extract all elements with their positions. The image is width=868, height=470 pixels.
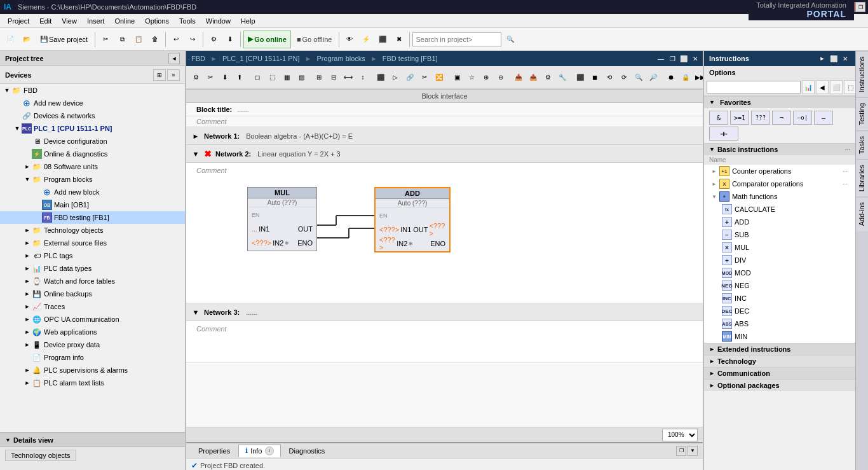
network3-collapse[interactable]: ▼: [191, 308, 200, 317]
instr-view-btn4[interactable]: ⬚: [844, 80, 857, 94]
tree-item-plc-alarm-text[interactable]: ► 📋 PLC alarm text lists: [0, 377, 185, 389]
instr-calculate[interactable]: fx CALCULATE: [704, 203, 855, 216]
tree-item-plc-data[interactable]: ► 📊 PLC data types: [0, 262, 185, 275]
block-if-float[interactable]: ❐: [855, 2, 865, 12]
download-button[interactable]: ⬇: [222, 31, 238, 48]
tree-item-online-diag[interactable]: ⚡ Online & diagnostics: [0, 148, 185, 160]
edit-btn15[interactable]: 🔗: [403, 69, 417, 86]
float-editor-btn[interactable]: ❐: [667, 53, 677, 64]
devices-list-view[interactable]: ≡: [167, 69, 180, 81]
go-online-button[interactable]: ▶ Go online: [243, 31, 291, 48]
search-input[interactable]: [412, 32, 501, 46]
edit-btn22[interactable]: 📥: [512, 69, 526, 86]
tree-item-plc1[interactable]: ▼ PLC PLC_1 [CPU 1511-1 PN]: [0, 122, 185, 135]
menu-tools[interactable]: Tools: [174, 16, 201, 26]
open-button[interactable]: 📂: [19, 31, 34, 48]
tree-item-watch-force[interactable]: ► ⌚ Watch and force tables: [0, 275, 185, 287]
right-tab-libraries[interactable]: Libraries: [856, 159, 868, 197]
tech-objects-tab[interactable]: Technology objects: [5, 450, 76, 461]
tree-item-program-blocks[interactable]: ▼ 📁 Program blocks: [0, 173, 185, 186]
tree-item-add-block[interactable]: ⊕ Add new block: [0, 186, 185, 198]
fav-fff-btn[interactable]: ???: [751, 111, 770, 125]
menu-help[interactable]: Help: [236, 16, 261, 26]
tab-diagnostics[interactable]: Diagnostics: [282, 445, 332, 457]
menu-online[interactable]: Online: [109, 16, 140, 26]
menu-project[interactable]: Project: [3, 16, 34, 26]
favorites-header[interactable]: ▼ Favorites: [704, 97, 855, 108]
edit-btn14[interactable]: ▷: [388, 69, 402, 86]
block-if-expand[interactable]: ▼: [844, 2, 854, 12]
edit-btn9[interactable]: ⊞: [312, 69, 326, 86]
panel-float-btn[interactable]: ❐: [676, 446, 686, 456]
tree-item-web-apps[interactable]: ► 🌍 Web applications: [0, 326, 185, 338]
edit-btn1[interactable]: ⚙: [189, 69, 203, 86]
devices-grid-view[interactable]: ⊞: [153, 69, 166, 81]
tree-item-program-info[interactable]: 📄 Program info: [0, 351, 185, 364]
mul-block[interactable]: MUL Auto (???) EN ... IN1: [247, 187, 317, 251]
copy-button[interactable]: ⧉: [114, 31, 130, 48]
instr-view-btn3[interactable]: ⬜: [830, 80, 843, 94]
menu-insert[interactable]: Insert: [82, 16, 110, 26]
save-button[interactable]: 💾 Save project: [36, 31, 92, 48]
edit-btn5[interactable]: ◻: [250, 69, 264, 86]
edit-btn11[interactable]: ⟷: [341, 69, 355, 86]
edit-btn2[interactable]: ✂: [203, 69, 217, 86]
edit-btn17[interactable]: 🔀: [432, 69, 446, 86]
edit-btn13[interactable]: ⬛: [374, 69, 388, 86]
edit-btn24[interactable]: ⚙: [541, 69, 555, 86]
instr-mod[interactable]: MOD MOD: [704, 266, 855, 279]
search-icon-button[interactable]: 🔍: [503, 31, 518, 48]
fav-dash-btn[interactable]: —: [814, 111, 833, 125]
tree-item-device-config[interactable]: 🖥 Device configuration: [0, 135, 185, 148]
tree-item-software-units[interactable]: ► 📁 08 Software units: [0, 160, 185, 173]
stop-button[interactable]: ⬛: [375, 31, 390, 48]
fav-notq-btn[interactable]: —o|: [793, 111, 812, 125]
edit-btn4[interactable]: ⬆: [233, 69, 247, 86]
technology-header[interactable]: ► Technology: [704, 355, 855, 367]
edit-btn27[interactable]: ◼: [588, 69, 602, 86]
communication-header[interactable]: ► Communication: [704, 367, 855, 379]
right-tab-add-ins[interactable]: Add-ins: [856, 197, 868, 231]
instr-counter-ops[interactable]: ► +1 Counter operations ···: [704, 165, 855, 177]
basic-instructions-header[interactable]: ▼ Basic instructions ···: [704, 143, 855, 155]
edit-btn10[interactable]: ⊟: [327, 69, 341, 86]
menu-view[interactable]: View: [57, 16, 82, 26]
tree-item-fbd-testing[interactable]: FB FBD testing [FB1]: [0, 211, 185, 224]
redo-button[interactable]: ↪: [185, 31, 200, 48]
tree-item-add-device[interactable]: ⊕ Add new device: [0, 97, 185, 109]
optional-packages-header[interactable]: ► Optional packages: [704, 379, 855, 391]
tree-item-plc-tags[interactable]: ► 🏷 PLC tags: [0, 249, 185, 262]
edit-btn16[interactable]: ✂: [417, 69, 431, 86]
tree-item-main-ob1[interactable]: OB Main [OB1]: [0, 198, 185, 211]
instr-mul[interactable]: × MUL: [704, 241, 855, 254]
instr-neg[interactable]: NEG NEG: [704, 279, 855, 292]
instr-add[interactable]: + ADD: [704, 216, 855, 228]
edit-btn20[interactable]: ⊕: [479, 69, 493, 86]
tree-item-device-proxy[interactable]: ► 📱 Device proxy data: [0, 338, 185, 351]
edit-btn26[interactable]: ⬛: [573, 69, 587, 86]
compile-button[interactable]: ⚙: [206, 31, 221, 48]
new-button[interactable]: 📄: [3, 31, 18, 48]
rp-collapse-btn[interactable]: ►: [817, 53, 827, 64]
delete-button[interactable]: 🗑: [147, 31, 163, 48]
force-button[interactable]: ⚡: [358, 31, 374, 48]
network1-collapse[interactable]: ►: [191, 132, 200, 141]
instr-view-btn2[interactable]: ◀: [816, 80, 829, 94]
instructions-search-input[interactable]: [707, 81, 801, 93]
paste-button[interactable]: 📋: [131, 31, 146, 48]
tab-properties[interactable]: Properties: [191, 445, 237, 457]
instr-dec[interactable]: DEC DEC: [704, 305, 855, 317]
edit-btn12[interactable]: ↕: [356, 69, 370, 86]
menu-window[interactable]: Window: [201, 16, 236, 26]
edit-btn7[interactable]: ▦: [280, 69, 294, 86]
zoom-select[interactable]: 100% 75% 50% 150% 200%: [662, 429, 698, 441]
edit-btn6[interactable]: ⬚: [265, 69, 279, 86]
instr-abs[interactable]: ABS ABS: [704, 317, 855, 330]
edit-btn30[interactable]: 🔍: [632, 69, 646, 86]
tree-item-devices-networks[interactable]: 🔗 Devices & networks: [0, 109, 185, 122]
fav-and-btn[interactable]: &: [709, 111, 728, 125]
minimize-editor-btn[interactable]: —: [656, 53, 666, 64]
minimize-button[interactable]: —: [831, 2, 841, 12]
instr-comparator-ops[interactable]: ► X Comparator operations ···: [704, 177, 855, 190]
menu-edit[interactable]: Edit: [34, 16, 57, 26]
